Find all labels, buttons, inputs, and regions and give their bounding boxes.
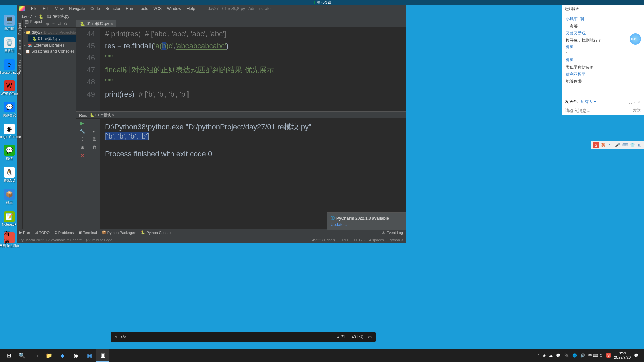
breadcrumb-file[interactable]: 01 re模块.py bbox=[46, 14, 71, 19]
wrench-icon[interactable]: 🔧 bbox=[79, 128, 85, 134]
status-eol[interactable]: CRLF bbox=[340, 238, 350, 242]
status-interpreter[interactable]: Python 3 bbox=[389, 238, 403, 242]
ime-punct-icon[interactable]: •, bbox=[607, 142, 613, 148]
tree-file-selected[interactable]: 🐍 01 re模块.py bbox=[28, 35, 76, 42]
status-indent[interactable]: 4 spaces bbox=[369, 238, 384, 242]
pycharm-button[interactable]: ▣ bbox=[96, 349, 109, 362]
tray-wechat-icon[interactable]: 💬 bbox=[556, 353, 561, 358]
taskview-button[interactable]: ▭ bbox=[29, 349, 42, 362]
project-dropdown[interactable]: ▦ Project ▾ bbox=[25, 20, 43, 29]
bottom-todo[interactable]: ☑ TODO bbox=[35, 230, 50, 235]
expand-icon[interactable]: ≡ bbox=[51, 22, 56, 26]
code-editor[interactable]: 444546474849 # print(res) # ['abc', 'abc… bbox=[76, 28, 406, 111]
tray-volume-icon[interactable]: 🔊 bbox=[580, 353, 585, 358]
tray-ime-icon[interactable]: 中 ⌨ 英 bbox=[588, 353, 603, 358]
chat-messages[interactable]: 小风车~啊~~非贪婪又菜又爱玩搜寻嘛，找到就行了慢男^慢男类似函数封装咯敖利亚悍… bbox=[562, 13, 644, 98]
ime-toolbox-icon[interactable]: ⊞ bbox=[637, 142, 642, 148]
rerun-icon[interactable]: ▶ bbox=[79, 120, 85, 126]
status-message[interactable]: PyCharm 2022.1.3 available // Update... … bbox=[19, 238, 114, 242]
chat-input[interactable] bbox=[565, 108, 631, 113]
tencent-meeting-button[interactable]: ◆ bbox=[56, 349, 69, 362]
warn-icon[interactable]: ▲ ZH bbox=[336, 335, 346, 339]
record-icon[interactable]: ○ bbox=[115, 335, 117, 339]
trash-icon[interactable]: 🗑 bbox=[91, 144, 97, 150]
stop-icon[interactable]: ✖ bbox=[79, 153, 85, 158]
ime-keyboard-icon[interactable]: ⌨ bbox=[622, 142, 628, 148]
menu-vcs[interactable]: VCS bbox=[151, 6, 164, 11]
screenshot-icon[interactable]: ⛶ ▾ bbox=[628, 100, 635, 104]
menu-tools[interactable]: Tools bbox=[136, 6, 151, 11]
tray-flower-icon[interactable]: ❀ bbox=[543, 353, 546, 358]
down-icon[interactable]: ⇩ bbox=[79, 136, 85, 142]
search-button[interactable]: 🔍 bbox=[15, 349, 29, 362]
start-button[interactable]: ⊞ bbox=[2, 349, 15, 362]
bottom-pypackages[interactable]: 📦 Python Packages bbox=[102, 230, 136, 235]
breadcrumb-project[interactable]: day27 bbox=[19, 14, 33, 19]
menu-help[interactable]: Help bbox=[184, 6, 198, 11]
up-arrow-icon[interactable]: ↑ bbox=[91, 120, 97, 126]
ime-voice-icon[interactable]: 🎤 bbox=[615, 142, 620, 148]
code-icon[interactable]: </> bbox=[120, 335, 126, 339]
bottom-run[interactable]: ▶ Run bbox=[19, 230, 30, 235]
left-tab-project[interactable]: Project bbox=[17, 20, 22, 37]
bottom-pyconsole[interactable]: 🐍 Python Console bbox=[141, 230, 172, 235]
desktop-icon[interactable]: WWPS Office bbox=[2, 80, 17, 96]
desktop-icon[interactable]: 🖥️此电脑 bbox=[2, 15, 17, 31]
tray-cloud-icon[interactable]: ☁ bbox=[549, 353, 553, 358]
chat-username[interactable]: 慢男 bbox=[566, 45, 574, 50]
tray-sogou-icon[interactable]: S bbox=[606, 353, 611, 358]
menu-file[interactable]: File bbox=[28, 6, 40, 11]
left-tab-favorites[interactable]: Favorites bbox=[17, 58, 22, 78]
desktop-icon[interactable]: 🗑️回收站 bbox=[2, 37, 17, 53]
chat-username[interactable]: 慢男 bbox=[566, 58, 574, 63]
app-button[interactable]: ▦ bbox=[83, 349, 96, 362]
collapse-icon[interactable]: ⇊ bbox=[58, 22, 62, 26]
left-tab-structure[interactable]: Structure bbox=[17, 37, 22, 58]
layout-icon[interactable]: ⊞ bbox=[79, 144, 85, 150]
tray-clock[interactable]: 9:59 2022/7/20 bbox=[614, 351, 631, 360]
chat-username[interactable]: 小风车~啊~~ bbox=[566, 17, 589, 21]
menu-view[interactable]: View bbox=[52, 6, 66, 11]
chat-username[interactable]: 又菜又爱玩 bbox=[566, 31, 586, 36]
ime-lang[interactable]: 英 bbox=[601, 142, 605, 148]
desktop-icon[interactable]: eMicrosoft Edge bbox=[2, 59, 17, 74]
ime-toolbar[interactable]: S 英 •, 🎤 ⌨ 👕 ⊞ bbox=[591, 141, 644, 149]
emoji-icon[interactable]: ☺ bbox=[637, 100, 641, 104]
close-icon[interactable]: × bbox=[111, 22, 113, 26]
tray-power-icon[interactable]: 🔌 bbox=[564, 353, 569, 358]
run-config-tab[interactable]: 🐍 01 re模块 × bbox=[90, 113, 114, 118]
desktop-icon[interactable]: 💬微信 bbox=[2, 145, 17, 161]
bottom-terminal[interactable]: ▣ Terminal bbox=[78, 230, 97, 235]
minimize-icon[interactable]: — bbox=[637, 7, 641, 11]
menu-refactor[interactable]: Refactor bbox=[103, 6, 123, 11]
menu-window[interactable]: Window bbox=[164, 6, 184, 11]
update-link[interactable]: Update... bbox=[331, 222, 402, 227]
wrap-icon[interactable]: ↲ bbox=[91, 128, 97, 134]
print-icon[interactable]: 🖶 bbox=[91, 136, 97, 142]
chat-username[interactable]: 敖利亚悍匪 bbox=[566, 72, 586, 77]
locate-icon[interactable]: ⊕ bbox=[45, 22, 50, 26]
desktop-icon[interactable]: 📦好压 bbox=[2, 189, 17, 205]
ime-skin-icon[interactable]: 👕 bbox=[630, 142, 635, 148]
desktop-icon[interactable]: 🐧腾讯QQ bbox=[2, 167, 17, 183]
hide-icon[interactable]: — bbox=[70, 22, 74, 26]
editor-tab-active[interactable]: 🐍 01 re模块.py × bbox=[76, 20, 116, 27]
tray-up-icon[interactable]: ^ bbox=[537, 353, 539, 357]
explorer-button[interactable]: 📁 bbox=[42, 349, 56, 362]
menu-edit[interactable]: Edit bbox=[40, 6, 52, 11]
tray-network-icon[interactable]: 🌐 bbox=[572, 353, 577, 358]
settings-icon[interactable]: ⚙ bbox=[64, 22, 68, 26]
menu-run[interactable]: Run bbox=[123, 6, 136, 11]
menu-navigate[interactable]: Navigate bbox=[66, 6, 88, 11]
desktop-icon[interactable]: 💬腾讯会议 bbox=[2, 102, 17, 118]
chat-send-button[interactable]: 发送 bbox=[633, 108, 641, 113]
tray-notifications-icon[interactable]: 💬 bbox=[634, 353, 639, 358]
tree-external-libs[interactable]: ▸ 📚 External Libraries bbox=[23, 42, 76, 48]
status-caret-pos[interactable]: 45:22 (1 char) bbox=[312, 238, 335, 242]
expand-icon[interactable]: ▭ bbox=[368, 335, 372, 339]
bottom-eventlog[interactable]: ⓘ Event Log bbox=[382, 230, 403, 235]
desktop-icon[interactable]: ◉Google Chrome bbox=[2, 124, 17, 139]
menu-code[interactable]: Code bbox=[88, 6, 103, 11]
tree-root[interactable]: ▾ 📁 day27 D:\pythonProject\day2 bbox=[23, 29, 76, 35]
chrome-button[interactable]: ◉ bbox=[69, 349, 83, 362]
